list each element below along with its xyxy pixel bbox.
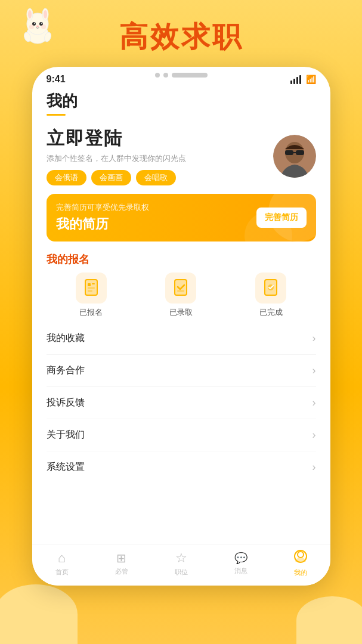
profile-name[interactable]: 立即登陆 — [47, 126, 273, 151]
menu-label-about: 关于我们 — [47, 429, 85, 441]
reg-item-accepted[interactable]: 已录取 — [165, 273, 196, 318]
profile-subtitle: 添加个性签名，在人群中发现你的闪光点 — [47, 153, 273, 164]
profile-row: 立即登陆 添加个性签名，在人群中发现你的闪光点 会俄语 会画画 会唱歌 — [47, 126, 316, 185]
phone-frame: 9:41 📶 我的 立即登陆 添加个性签名，在人群中发现你的闪光点 会俄语 — [32, 67, 330, 586]
menu-item-feedback[interactable]: 投诉反馈 › — [47, 387, 316, 419]
mascot-illustration — [17, 7, 58, 49]
header-underline — [47, 114, 66, 116]
status-icons: 📶 — [290, 75, 316, 84]
profile-header: 我的 — [47, 85, 316, 120]
nav-item-jobs[interactable]: ☆ 职位 — [175, 550, 188, 577]
reg-item-registered[interactable]: 已报名 — [76, 273, 107, 318]
svg-point-10 — [36, 26, 39, 27]
signal-icon — [290, 75, 301, 84]
chevron-right-icon: › — [313, 332, 316, 345]
svg-rect-23 — [92, 283, 95, 284]
nav-label-home: 首页 — [55, 568, 69, 577]
nav-item-discover[interactable]: ⊞ 必管 — [115, 551, 128, 576]
section-heading: 我的 — [47, 91, 316, 112]
registration-icons-row: 已报名 已录取 — [47, 273, 316, 318]
menu-label-settings: 系统设置 — [47, 461, 85, 473]
cloud-decoration-left — [0, 584, 78, 644]
svg-rect-26 — [175, 280, 187, 295]
nav-label-discover: 必管 — [115, 567, 128, 576]
nav-item-messages[interactable]: 💬 消息 — [234, 552, 247, 575]
nav-label-jobs: 职位 — [175, 568, 188, 577]
home-icon: ⌂ — [58, 550, 66, 566]
resume-banner-hint: 完善简历可享受优先录取权 — [56, 202, 149, 213]
jobs-icon: ☆ — [175, 550, 187, 566]
status-bar: 9:41 📶 — [32, 67, 330, 85]
svg-rect-25 — [88, 290, 92, 292]
menu-item-about[interactable]: 关于我们 › — [47, 419, 316, 451]
notch-dot — [155, 73, 160, 78]
svg-point-32 — [298, 552, 304, 558]
nav-label-messages: 消息 — [234, 566, 247, 575]
registration-section-title: 我的报名 — [47, 252, 316, 267]
nav-label-profile: 我的 — [294, 568, 307, 577]
resume-banner-title: 我的简历 — [56, 215, 149, 233]
svg-point-4 — [28, 10, 32, 18]
svg-rect-22 — [88, 283, 91, 286]
menu-list: 我的收藏 › 商务合作 › 投诉反馈 › 关于我们 › 系统设置 › — [47, 323, 316, 483]
profile-nav-icon — [294, 550, 307, 566]
registered-icon — [76, 273, 107, 304]
complete-resume-button[interactable]: 完善简历 — [256, 208, 307, 228]
svg-rect-24 — [88, 287, 95, 289]
svg-point-5 — [44, 10, 47, 18]
svg-rect-17 — [285, 150, 293, 155]
svg-point-12 — [41, 24, 46, 29]
svg-point-9 — [41, 23, 42, 24]
menu-item-settings[interactable]: 系统设置 › — [47, 451, 316, 483]
nav-item-profile[interactable]: 我的 — [294, 550, 307, 577]
notch-dot — [163, 73, 168, 78]
profile-tags: 会俄语 会画画 会唱歌 — [47, 170, 273, 185]
bottom-navigation: ⌂ 首页 ⊞ 必管 ☆ 职位 💬 消息 我的 — [32, 544, 330, 586]
page-title: 高效求职 — [119, 18, 243, 56]
tag-russian[interactable]: 会俄语 — [47, 170, 86, 185]
reg-label-registered: 已报名 — [79, 307, 103, 318]
chevron-right-icon: › — [313, 461, 316, 473]
chevron-right-icon: › — [313, 364, 316, 377]
menu-item-favorites[interactable]: 我的收藏 › — [47, 323, 316, 355]
resume-banner[interactable]: 完善简历可享受优先录取权 我的简历 完善简历 — [47, 194, 316, 242]
svg-rect-18 — [296, 150, 304, 155]
chevron-right-icon: › — [313, 429, 316, 441]
tag-painting[interactable]: 会画画 — [91, 170, 131, 185]
messages-icon: 💬 — [234, 552, 247, 565]
cloud-decoration-right — [296, 596, 362, 644]
completed-icon — [255, 273, 286, 304]
status-time: 9:41 — [47, 74, 66, 85]
resume-banner-info: 完善简历可享受优先录取权 我的简历 — [56, 202, 149, 233]
nav-item-home[interactable]: ⌂ 首页 — [55, 550, 69, 577]
menu-label-feedback: 投诉反馈 — [47, 397, 85, 409]
svg-rect-28 — [177, 290, 184, 292]
discover-icon: ⊞ — [116, 551, 126, 565]
phone-content: 我的 立即登陆 添加个性签名，在人群中发现你的闪光点 会俄语 会画画 会唱歌 — [32, 85, 330, 483]
svg-point-8 — [34, 23, 35, 24]
reg-label-accepted: 已录取 — [169, 307, 193, 318]
notch-pill — [172, 73, 208, 78]
reg-item-completed[interactable]: 已完成 — [255, 273, 286, 318]
tag-singing[interactable]: 会唱歌 — [136, 170, 176, 185]
profile-info: 立即登陆 添加个性签名，在人群中发现你的闪光点 会俄语 会画画 会唱歌 — [47, 126, 273, 185]
svg-point-11 — [29, 24, 34, 29]
reg-label-completed: 已完成 — [259, 307, 283, 318]
section-title-text: 我的报名 — [47, 253, 89, 265]
avatar[interactable] — [273, 135, 316, 178]
wifi-icon: 📶 — [306, 75, 316, 84]
chevron-right-icon: › — [313, 397, 316, 409]
accepted-icon — [165, 273, 196, 304]
menu-label-business: 商务合作 — [47, 364, 85, 377]
menu-label-favorites: 我的收藏 — [47, 332, 85, 345]
menu-item-business[interactable]: 商务合作 › — [47, 355, 316, 387]
